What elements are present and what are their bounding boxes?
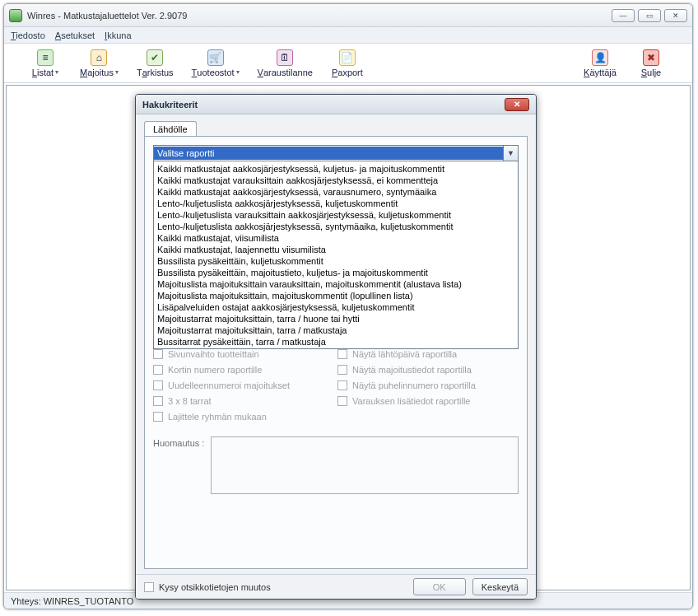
menu-asetukset[interactable]: Asetukset: [55, 30, 95, 40]
report-option[interactable]: Bussilista pysäkeittäin, kuljetuskomment…: [157, 255, 514, 267]
report-option[interactable]: Majoituslista majoituksittain, majoitusk…: [157, 290, 514, 301]
report-select[interactable]: Valitse raportti ▼: [153, 145, 519, 161]
dialog-close-button[interactable]: ✕: [505, 98, 529, 111]
window-buttons: — ▭ ✕: [612, 9, 687, 22]
menu-tiedosto[interactable]: Tiedosto: [11, 30, 45, 40]
checkbox-grid: Sivunvaihto tuotteittain Näytä lähtöpäiv…: [153, 349, 519, 422]
chk-tarrat[interactable]: 3 x 8 tarrat: [153, 396, 334, 406]
app-icon: [9, 9, 22, 22]
menubar: Tiedosto Asetukset Ikkuna: [4, 27, 692, 44]
calendar-icon: 🗓: [277, 49, 293, 66]
toolbar-tuoteostot[interactable]: 🛒 Tuoteostot▾: [192, 49, 240, 77]
close-window-button[interactable]: ✕: [664, 9, 687, 22]
report-option[interactable]: Majoituslista majoituksittain varauksitt…: [157, 278, 514, 290]
report-option[interactable]: Bussitarrat pysäkeittäin, tarra / matkus…: [157, 336, 514, 348]
check-icon: ✔: [147, 49, 163, 66]
notes-textarea[interactable]: [211, 436, 519, 494]
report-option[interactable]: Kaikki matkustajat aakkosjärjestyksessä,…: [157, 163, 514, 175]
notes-label: Huomautus :: [153, 436, 204, 494]
chk-lahtopaiva[interactable]: Näytä lähtöpäivä raportilla: [337, 349, 519, 359]
chk-kysy-otsikko[interactable]: Kysy otsikkotietojen muutos: [144, 582, 271, 592]
chk-lisatiedot[interactable]: Varauksen lisätiedot raportille: [337, 396, 519, 406]
ok-button[interactable]: OK: [413, 578, 466, 595]
user-icon: 👤: [592, 49, 608, 66]
toolbar-kayttaja[interactable]: 👤 Käyttäjä: [584, 49, 617, 77]
chk-sivunvaihto[interactable]: Sivunvaihto tuotteittain: [153, 349, 334, 359]
toolbar-paxport[interactable]: 📄 Paxport: [331, 49, 364, 77]
cart-icon: 🛒: [207, 49, 224, 66]
toolbar-majoitus[interactable]: ⌂ Majoitus▾: [80, 49, 119, 77]
export-icon: 📄: [339, 49, 356, 66]
list-icon: ≡: [37, 49, 54, 66]
notes-row: Huomautus :: [153, 436, 519, 494]
chk-puhelinnumero[interactable]: Näytä puhelinnumero raportilla: [337, 380, 519, 390]
report-option[interactable]: Lento-/kuljetuslista aakkosjärjestyksess…: [157, 198, 514, 209]
report-option[interactable]: Lisäpalveluiden ostajat aakkosjärjestyks…: [157, 301, 514, 313]
dialog-tabs: Lähdölle: [144, 121, 528, 137]
maximize-button[interactable]: ▭: [638, 9, 661, 22]
toolbar-varaustilanne[interactable]: 🗓 Varaustilanne: [258, 49, 313, 77]
report-option[interactable]: Lento-/kuljetuslista aakkosjärjestyksess…: [157, 221, 514, 232]
toolbar-tarkistus[interactable]: ✔ Tarkistus: [137, 49, 174, 77]
report-option[interactable]: Kaikki matkustajat aakkosjärjestyksessä,…: [157, 186, 514, 198]
report-option[interactable]: Bussilista pysäkeittäin, majoitustieto, …: [157, 267, 514, 278]
toolbar-listat[interactable]: ≡ Listat▾: [29, 49, 62, 77]
report-option[interactable]: Kaikki matkustajat, viisumilista: [157, 232, 514, 244]
minimize-button[interactable]: —: [612, 9, 635, 22]
chevron-down-icon[interactable]: ▼: [503, 146, 518, 161]
menu-ikkuna[interactable]: Ikkuna: [105, 30, 131, 40]
toolbar: ≡ Listat▾ ⌂ Majoitus▾ ✔ Tarkistus 🛒 Tuot…: [4, 44, 692, 83]
chk-lajittele[interactable]: Lajittele ryhmän mukaan: [153, 412, 334, 422]
report-option[interactable]: Kaikki matkustajat varauksittain aakkosj…: [157, 175, 514, 186]
dialog-title: Hakukriteerit: [142, 100, 198, 110]
house-icon: ⌂: [91, 49, 107, 66]
report-option[interactable]: Kaikki matkustajat, laajennettu viisumil…: [157, 244, 514, 255]
tab-panel: Valitse raportti ▼ Kaikki matkustajat aa…: [144, 136, 528, 569]
window-title: Winres - Matkustajaluettelot Ver. 2.9079: [27, 11, 607, 21]
report-option[interactable]: Majoitustarrat majoituksittain, tarra / …: [157, 313, 514, 324]
close-icon: ✖: [643, 49, 659, 66]
report-select-value: Valitse raportti: [154, 147, 503, 160]
tab-lahdolle[interactable]: Lähdölle: [144, 121, 197, 137]
titlebar: Winres - Matkustajaluettelot Ver. 2.9079…: [4, 4, 692, 27]
toolbar-sulje[interactable]: ✖ Sulje: [635, 49, 668, 77]
dialog-footer: Kysy otsikkotietojen muutos OK Keskeytä: [136, 574, 536, 599]
cancel-button[interactable]: Keskeytä: [472, 578, 528, 595]
search-criteria-dialog: Hakukriteerit ✕ Lähdölle Valitse raportt…: [135, 94, 537, 600]
dialog-titlebar: Hakukriteerit ✕: [136, 95, 536, 114]
report-options-list[interactable]: Kaikki matkustajat aakkosjärjestyksessä,…: [153, 161, 519, 349]
connection-status: Yhteys: WINRES_TUOTANTO: [11, 596, 133, 606]
chk-uudelleennumeroi[interactable]: Uudelleennumeroi majoitukset: [153, 380, 334, 390]
chk-majoitustiedot[interactable]: Näytä majoitustiedot raportilla: [337, 365, 519, 375]
report-option[interactable]: Lento-/kuljetuslista varauksittain aakko…: [157, 209, 514, 221]
chk-kortinnumero[interactable]: Kortin numero raportille: [153, 365, 334, 375]
report-option[interactable]: Majoitustarrat majoituksittain, tarra / …: [157, 324, 514, 336]
